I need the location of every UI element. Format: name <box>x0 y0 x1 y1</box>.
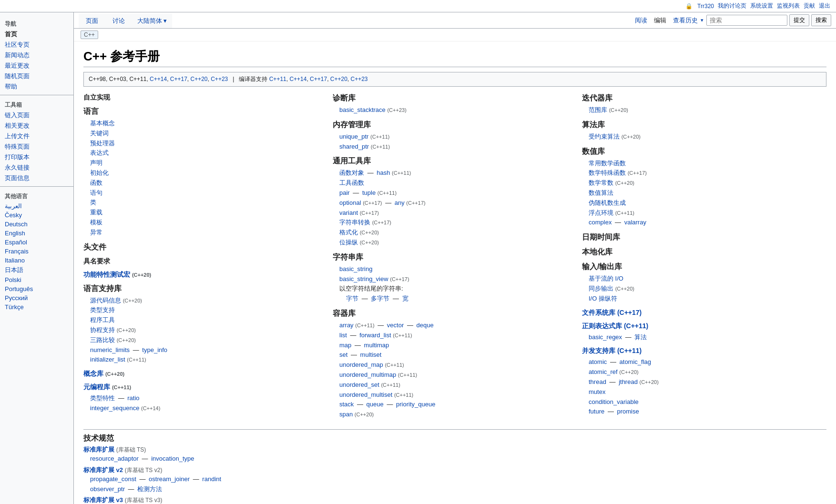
search-input[interactable] <box>706 15 787 26</box>
datetime-header: 日期时间库 <box>582 232 826 242</box>
datetime-section: 日期时间库 <box>582 232 826 242</box>
gen-item: 位操纵 (C++20) <box>333 238 577 248</box>
cont-item: array (C++11) — vector — deque <box>333 321 577 331</box>
algo-section: 算法库 受约束算法 (C++20) <box>582 120 826 142</box>
sidebar-lang-turkish[interactable]: Türkçe <box>0 302 73 312</box>
lang-support-item: 源代码信息 (C++20) <box>83 296 328 306</box>
user-icon: 🔒 <box>685 3 693 10</box>
sidebar-lang-polish[interactable]: Polski <box>0 275 73 284</box>
action-history[interactable]: 查看历史 <box>671 15 700 26</box>
io-header: 输入/输出库 <box>582 262 826 272</box>
sidebar-lang-english[interactable]: English <box>0 229 73 238</box>
gen-item: pair — tuple (C++11) <box>333 188 577 198</box>
io-item: I/O 操纵符 <box>582 294 826 304</box>
io-section: 输入/输出库 基于流的 I/O 同步输出 (C++20) I/O 操纵符 <box>582 262 826 303</box>
submit-button[interactable]: 提交 <box>789 14 809 26</box>
sidebar-item-help[interactable]: 帮助 <box>0 81 73 92</box>
str-item: basic_string_view (C++17) <box>333 274 577 284</box>
conc-item: atomic_ref (C++20) <box>582 367 826 377</box>
compiler-cpp11[interactable]: C++11 <box>269 76 286 82</box>
regex-header: 正则表达式库 (C++11) <box>582 322 826 331</box>
version-cpp14[interactable]: C++14 <box>150 76 167 82</box>
sidebar-lang-portuguese[interactable]: Português <box>0 284 73 293</box>
sidebar-item-upload[interactable]: 上传文件 <box>0 131 73 141</box>
sidebar-item-news[interactable]: 新闻动态 <box>0 50 73 60</box>
sidebar-item-permalink[interactable]: 永久链接 <box>0 162 73 173</box>
sidebar-lang-russian[interactable]: Русский <box>0 293 73 302</box>
sidebar-lang-czech[interactable]: Česky <box>0 211 73 220</box>
num-item: 伪随机数生成 <box>582 198 826 208</box>
search-button[interactable]: 搜索 <box>811 14 831 26</box>
self-impl-header: 自立实现 <box>83 93 328 102</box>
version-cpp23[interactable]: C++23 <box>211 76 228 82</box>
general-section: 通用工具库 函数对象 — hash (C++11) 工具函数 pair — tu… <box>333 156 577 247</box>
sidebar-divider-1 <box>0 95 73 95</box>
sidebar-item-linkin[interactable]: 链入页面 <box>0 110 73 121</box>
username-link[interactable]: Trr320 <box>697 3 714 10</box>
stdlib-ext-v2-note: (库基础 TS v2) <box>125 467 163 474</box>
version-cpp17[interactable]: C++17 <box>170 76 187 82</box>
sidebar-item-related[interactable]: 相关更改 <box>0 121 73 131</box>
tabs-right: 阅读 编辑 查看历史 ▾ 提交 搜索 <box>633 12 831 28</box>
compiler-cpp20[interactable]: C++20 <box>330 76 347 82</box>
sidebar-item-random[interactable]: 随机页面 <box>0 71 73 81</box>
compiler-cpp14[interactable]: C++14 <box>289 76 306 82</box>
page-title: C++ 参考手册 <box>83 48 826 67</box>
cont-item: list — forward_list (C++11) <box>333 331 577 341</box>
sidebar-item-home[interactable]: 首页 <box>0 29 73 40</box>
lang-item: 异常 <box>83 228 328 238</box>
tab-page[interactable]: 页面 <box>79 13 105 28</box>
sidebar-lang-spanish[interactable]: Español <box>0 238 73 247</box>
sidebar-lang-arabic[interactable]: العربية <box>0 202 73 211</box>
mem-item: unique_ptr (C++11) <box>333 132 577 142</box>
sidebar-lang-japanese[interactable]: 日本語 <box>0 265 73 275</box>
num-item: 常用数学函数 <box>582 159 826 169</box>
version-cpp20[interactable]: C++20 <box>191 76 208 82</box>
iterator-section: 迭代器库 范围库 (C++20) <box>582 93 826 115</box>
breadcrumb-tag: C++ <box>81 30 98 39</box>
sidebar-lang-french[interactable]: Français <box>0 247 73 256</box>
compiler-cpp17[interactable]: C++17 <box>310 76 327 82</box>
content-col3: 迭代器库 范围库 (C++20) 算法库 受约束算法 (C++20) 数值库 常… <box>582 93 826 424</box>
gen-item: optional (C++17) — any (C++17) <box>333 198 577 208</box>
sidebar-item-special[interactable]: 特殊页面 <box>0 141 73 152</box>
content-grid: 自立实现 语言 基本概念 关键词 预处理器 表达式 声明 初始化 函数 语句 类… <box>83 93 826 424</box>
settings-link[interactable]: 系统设置 <box>750 2 773 10</box>
compiler-cpp23[interactable]: C++23 <box>351 76 368 82</box>
logout-link[interactable]: 退出 <box>819 2 830 10</box>
action-edit[interactable]: 编辑 <box>652 15 668 26</box>
lang-item: 基本概念 <box>83 119 328 129</box>
algo-item: 受约束算法 (C++20) <box>582 132 826 142</box>
contributions-link[interactable]: 贡献 <box>804 2 815 10</box>
sidebar-item-print[interactable]: 打印版本 <box>0 152 73 162</box>
sidebar-item-pageinfo[interactable]: 页面信息 <box>0 173 73 183</box>
chevron-down-icon: ▾ <box>163 17 167 24</box>
stdlib-ext-link[interactable]: 标准库扩展 <box>83 446 114 453</box>
tech-specs-section: 技术规范 标准库扩展 (库基础 TS) resource_adaptor — i… <box>83 429 826 504</box>
stdlib-ext-v2-link[interactable]: 标准库扩展 v2 <box>83 466 123 474</box>
action-read[interactable]: 阅读 <box>633 15 649 26</box>
discussion-link[interactable]: 我的讨论页 <box>718 2 746 10</box>
stdlib-ext-v3-link[interactable]: 标准库扩展 v3 <box>83 496 123 504</box>
sidebar-item-recent[interactable]: 最近更改 <box>0 60 73 71</box>
string-header: 字符串库 <box>333 252 577 262</box>
sidebar-lang-italian[interactable]: Italiano <box>0 256 73 265</box>
ts-item: propagate_const — ostream_joiner — randi… <box>83 474 826 484</box>
breadcrumb: C++ <box>74 29 836 41</box>
str-item: 以空字符结尾的字符串: <box>333 284 577 294</box>
meta-item: 类型特性 — ratio <box>83 393 328 403</box>
ts-item: observer_ptr — 检测方法 <box>83 484 826 494</box>
watchlist-link[interactable]: 监视列表 <box>777 2 800 10</box>
conc-item: atomic — atomic_flag <box>582 357 826 367</box>
sidebar-lang-german[interactable]: Deutsch <box>0 220 73 229</box>
tab-discussion[interactable]: 讨论 <box>105 13 132 28</box>
lang-item: 声明 <box>83 158 328 168</box>
gen-item: 字符串转换 (C++17) <box>333 218 577 228</box>
lang-support-section: 语言支持库 源代码信息 (C++20) 类型支持 程序工具 协程支持 (C++2… <box>83 284 328 365</box>
fs-section: 文件系统库 (C++17) <box>582 309 826 317</box>
numeric-header: 数值库 <box>582 147 826 157</box>
sidebar-item-community[interactable]: 社区专页 <box>0 40 73 50</box>
tab-variant[interactable]: 大陆简体 ▾ <box>132 13 172 28</box>
lang-item: 关键词 <box>83 129 328 139</box>
lang-header: 语言 <box>83 107 328 117</box>
